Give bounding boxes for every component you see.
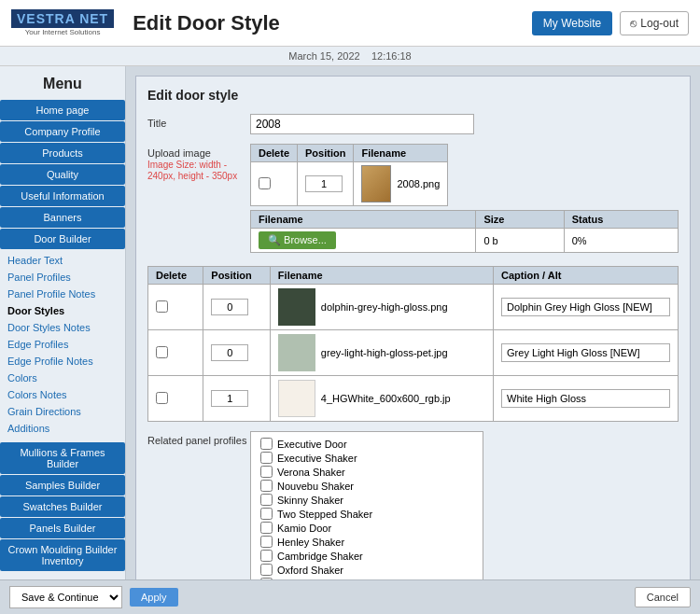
img-filename-cell: grey-light-high-gloss-pet.jpg: [270, 330, 493, 376]
upload-delete-cell: [251, 162, 298, 206]
img-col-position: Position: [203, 267, 271, 285]
sidebar-btn-mullions[interactable]: Mullions & Frames Builder: [0, 442, 125, 474]
list-item[interactable]: Henley Shaker: [260, 536, 473, 548]
page-title: Edit Door Style: [133, 11, 532, 35]
img-col-delete: Delete: [148, 267, 203, 285]
sidebar-link-colors[interactable]: Colors: [0, 370, 125, 386]
upload-delete-checkbox[interactable]: [259, 177, 271, 189]
img-position-input[interactable]: [211, 299, 248, 315]
content-box: Edit door style Title Upload image Image…: [135, 76, 691, 579]
sidebar-btn-products[interactable]: Products: [0, 143, 125, 163]
img-delete-checkbox[interactable]: [156, 392, 168, 404]
upload-position-input[interactable]: [305, 175, 343, 192]
content-area: Edit door style Title Upload image Image…: [126, 66, 700, 579]
sidebar-btn-quality[interactable]: Quality: [0, 164, 125, 185]
sidebar-btn-swatches[interactable]: Swatches Builder: [0, 496, 125, 517]
list-item[interactable]: Kamio Door: [260, 522, 473, 534]
profile-checkbox[interactable]: [260, 452, 273, 464]
img-filename-cell: 4_HGWhite_600x600_rgb.jp: [270, 376, 493, 422]
profile-name: Nouvebu Shaker: [277, 481, 354, 492]
save-select[interactable]: Save & ContinueSaveSave & New: [9, 586, 122, 608]
list-item[interactable]: Executive Shaker: [260, 452, 473, 464]
list-item[interactable]: Verona Shaker: [260, 466, 473, 478]
profile-checkbox[interactable]: [260, 564, 273, 576]
profile-checkbox[interactable]: [260, 508, 273, 520]
section-title: Edit door style: [147, 88, 679, 103]
panel-profiles-box[interactable]: Executive Door Executive Shaker Verona S…: [250, 431, 483, 579]
sidebar-link-graindirections[interactable]: Grain Directions: [0, 403, 125, 420]
list-item[interactable]: Nouvebu Shaker: [260, 480, 473, 492]
img-caption-cell: [494, 285, 679, 330]
sidebar-link-edgeprofiles[interactable]: Edge Profiles: [0, 336, 125, 353]
file-info-row: 🔍 Browse... 0 b 0%: [251, 229, 679, 253]
title-row: Title: [147, 114, 679, 134]
list-item[interactable]: Oxford Shaker: [260, 564, 473, 576]
logout-button[interactable]: ⎋ Log-out: [620, 11, 689, 35]
upload-filename-cell: 2008.png: [354, 162, 448, 206]
cancel-button[interactable]: Cancel: [635, 587, 691, 607]
file-info-size: 0 b: [476, 229, 564, 253]
images-table: Delete Position Filename Caption / Alt d…: [147, 266, 679, 422]
sidebar-btn-crownmoulding[interactable]: Crown Moulding Builder Inventory: [0, 539, 125, 571]
main-layout: Menu Home page Company Profile Products …: [0, 66, 700, 579]
sidebar-btn-company[interactable]: Company Profile: [0, 121, 125, 142]
img-caption-input[interactable]: [501, 343, 670, 362]
color-swatch: [278, 288, 315, 326]
profile-name: Henley Shaker: [277, 537, 344, 548]
sidebar-link-panelprofiles[interactable]: Panel Profiles: [0, 269, 125, 286]
img-delete-checkbox[interactable]: [156, 346, 168, 358]
profile-checkbox[interactable]: [260, 466, 273, 478]
sidebar-btn-home[interactable]: Home page: [0, 100, 125, 120]
list-item[interactable]: Skinny Shaker: [260, 494, 473, 506]
img-position-input[interactable]: [211, 390, 248, 407]
profile-name: Oxford Shaker: [277, 565, 343, 576]
sidebar-btn-banners[interactable]: Banners: [0, 207, 125, 228]
img-delete-cell: [148, 376, 203, 422]
topbar: VESTRA NET Your Internet Solutions Edit …: [0, 0, 700, 47]
sidebar-link-headertext[interactable]: Header Text: [0, 252, 125, 269]
profile-checkbox[interactable]: [260, 494, 273, 506]
profile-name: Executive Shaker: [277, 453, 357, 464]
list-item[interactable]: Cambridge Shaker: [260, 550, 473, 562]
profile-name: Kamio Door: [277, 523, 331, 534]
sidebar-btn-doorbuilder[interactable]: Door Builder: [0, 229, 125, 249]
list-item[interactable]: Executive Door: [260, 438, 473, 450]
img-caption-input[interactable]: [501, 389, 670, 408]
sidebar-link-edgeprofilenotes[interactable]: Edge Profile Notes: [0, 353, 125, 370]
panel-profiles-label: Related panel profiles: [147, 431, 250, 446]
profile-checkbox[interactable]: [260, 438, 273, 450]
sidebar-btn-useful[interactable]: Useful Information: [0, 186, 125, 206]
sidebar-btn-samples[interactable]: Samples Builder: [0, 475, 125, 495]
img-filename-text: grey-light-high-gloss-pet.jpg: [321, 347, 448, 358]
title-input[interactable]: [250, 114, 474, 134]
upload-col-delete: Delete: [251, 145, 298, 162]
profile-checkbox[interactable]: [260, 550, 273, 562]
browse-button[interactable]: 🔍 Browse...: [259, 231, 336, 249]
sidebar-btn-panels[interactable]: Panels Builder: [0, 518, 125, 538]
profile-checkbox[interactable]: [260, 536, 273, 548]
sidebar-link-additions[interactable]: Additions: [0, 420, 125, 437]
profile-checkbox[interactable]: [260, 522, 273, 534]
profile-checkbox[interactable]: [260, 480, 273, 492]
list-item[interactable]: Two Stepped Shaker: [260, 508, 473, 520]
img-delete-checkbox[interactable]: [156, 300, 168, 313]
sidebar-link-doorstylenotes[interactable]: Door Styles Notes: [0, 319, 125, 336]
img-caption-input[interactable]: [501, 298, 670, 316]
sidebar-link-colorsnotes[interactable]: Colors Notes: [0, 386, 125, 403]
img-position-input[interactable]: [211, 344, 248, 361]
sidebar-link-doorstyles[interactable]: Door Styles: [0, 302, 125, 319]
profile-name: Executive Door: [277, 439, 347, 450]
profile-name: Skinny Shaker: [277, 495, 343, 506]
logo-area: VESTRA NET Your Internet Solutions: [11, 9, 114, 36]
date-text: March 15, 2022: [288, 50, 359, 62]
mywebsite-button[interactable]: My Website: [532, 11, 612, 35]
sidebar-link-panelprofilenotes[interactable]: Panel Profile Notes: [0, 286, 125, 302]
upload-position-cell: [298, 162, 354, 206]
apply-button[interactable]: Apply: [130, 588, 178, 607]
panel-profiles-field: Executive Door Executive Shaker Verona S…: [250, 431, 679, 579]
img-caption-cell: [494, 376, 679, 422]
img-position-cell: [203, 330, 271, 376]
sidebar: Menu Home page Company Profile Products …: [0, 66, 126, 579]
upload-col-position: Position: [298, 145, 354, 162]
datebar: March 15, 2022 12:16:18: [0, 47, 700, 66]
